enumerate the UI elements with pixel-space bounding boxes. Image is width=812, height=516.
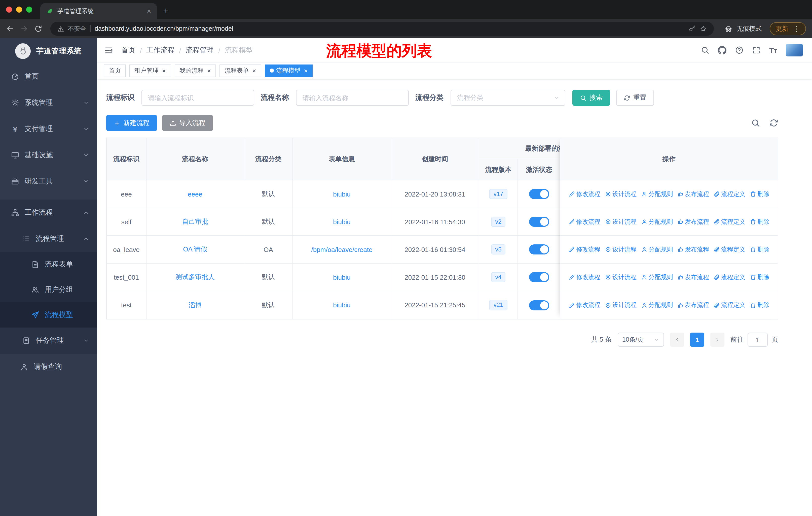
publish-process-link[interactable]: 发布流程 xyxy=(677,273,709,281)
close-tag-icon[interactable]: × xyxy=(304,67,308,74)
assign-rule-link[interactable]: 分配规则 xyxy=(641,245,673,254)
process-definition-link[interactable]: 流程定义 xyxy=(714,245,745,254)
fullscreen-icon[interactable] xyxy=(752,46,761,54)
process-name-link[interactable]: 滔博 xyxy=(188,301,202,310)
sidebar-item-workflow[interactable]: 工作流程 xyxy=(0,199,97,226)
modify-process-link[interactable]: 修改流程 xyxy=(569,217,600,226)
delete-link[interactable]: 删除 xyxy=(750,190,770,198)
tag-process-model[interactable]: 流程模型 × xyxy=(265,64,313,77)
form-info-link[interactable]: /bpm/oa/leave/create xyxy=(311,246,373,253)
bookmark-star-icon[interactable] xyxy=(700,25,707,32)
process-definition-link[interactable]: 流程定义 xyxy=(714,190,745,198)
assign-rule-link[interactable]: 分配规则 xyxy=(641,301,673,309)
import-process-button[interactable]: 导入流程 xyxy=(162,115,213,131)
new-tab-button[interactable]: + xyxy=(163,5,169,17)
process-name-link[interactable]: OA 请假 xyxy=(183,245,207,254)
close-tag-icon[interactable]: × xyxy=(207,67,211,74)
search-icon[interactable] xyxy=(701,46,709,54)
current-page-button[interactable]: 1 xyxy=(690,332,704,347)
modify-process-link[interactable]: 修改流程 xyxy=(569,245,600,254)
form-info-link[interactable]: biubiu xyxy=(333,273,350,281)
search-button[interactable]: 搜索 xyxy=(572,90,610,106)
refresh-table-icon[interactable] xyxy=(769,118,778,128)
close-tag-icon[interactable]: × xyxy=(252,67,256,74)
process-name-link[interactable]: 自己审批 xyxy=(182,217,208,226)
address-bar[interactable]: 不安全 dashboard.yudao.iocoder.cn/bpm/manag… xyxy=(50,22,714,36)
user-avatar[interactable] xyxy=(786,44,803,56)
back-icon[interactable] xyxy=(6,25,14,33)
category-select[interactable]: 流程分类 xyxy=(451,90,565,106)
sidebar-item-payment-mgmt[interactable]: ¥ 支付管理 xyxy=(0,116,97,142)
publish-process-link[interactable]: 发布流程 xyxy=(677,301,709,309)
design-process-link[interactable]: 设计流程 xyxy=(605,245,637,254)
publish-process-link[interactable]: 发布流程 xyxy=(677,245,709,254)
design-process-link[interactable]: 设计流程 xyxy=(605,217,637,226)
close-tab-icon[interactable]: × xyxy=(145,7,153,15)
tag-home[interactable]: 首页 xyxy=(104,64,126,77)
modify-process-link[interactable]: 修改流程 xyxy=(569,273,600,281)
tag-tenant-mgmt[interactable]: 租户管理 × xyxy=(129,64,171,77)
publish-process-link[interactable]: 发布流程 xyxy=(677,217,709,226)
tag-my-process[interactable]: 我的流程 × xyxy=(174,64,216,77)
status-toggle[interactable] xyxy=(529,189,549,199)
create-process-button[interactable]: 新建流程 xyxy=(106,115,157,131)
assign-rule-link[interactable]: 分配规则 xyxy=(641,273,673,281)
close-window-button[interactable] xyxy=(6,6,12,12)
sidebar-item-process-mgmt[interactable]: 流程管理 xyxy=(0,226,97,252)
sidebar-item-task-mgmt[interactable]: 任务管理 xyxy=(0,328,97,354)
assign-rule-link[interactable]: 分配规则 xyxy=(641,190,673,198)
status-toggle[interactable] xyxy=(529,244,549,254)
reset-button[interactable]: 重置 xyxy=(616,90,654,106)
show-search-icon[interactable] xyxy=(751,118,760,128)
design-process-link[interactable]: 设计流程 xyxy=(605,301,637,309)
modify-process-link[interactable]: 修改流程 xyxy=(569,190,600,198)
collapse-sidebar-icon[interactable] xyxy=(104,46,113,55)
process-definition-link[interactable]: 流程定义 xyxy=(714,217,745,226)
delete-link[interactable]: 删除 xyxy=(750,273,770,281)
process-definition-link[interactable]: 流程定义 xyxy=(714,273,745,281)
form-info-link[interactable]: biubiu xyxy=(333,218,350,225)
status-toggle[interactable] xyxy=(529,217,549,227)
assign-rule-link[interactable]: 分配规则 xyxy=(641,217,673,226)
zoom-window-button[interactable] xyxy=(26,6,32,12)
goto-page-input[interactable] xyxy=(748,332,768,347)
process-name-link[interactable]: 测试多审批人 xyxy=(175,273,215,282)
close-tag-icon[interactable]: × xyxy=(162,67,166,74)
design-process-link[interactable]: 设计流程 xyxy=(605,273,637,281)
browser-menu-icon[interactable]: ⋮ xyxy=(793,25,800,33)
delete-link[interactable]: 删除 xyxy=(750,245,770,254)
form-info-link[interactable]: biubiu xyxy=(333,301,350,309)
status-toggle[interactable] xyxy=(529,272,549,282)
process-definition-link[interactable]: 流程定义 xyxy=(714,301,745,309)
sidebar-item-home[interactable]: 首页 xyxy=(0,63,97,90)
font-size-icon[interactable]: TT xyxy=(769,46,777,54)
breadcrumb-home[interactable]: 首页 xyxy=(121,46,136,55)
forward-icon[interactable] xyxy=(20,25,28,33)
sidebar-item-process-form[interactable]: 流程表单 xyxy=(0,252,97,277)
minimize-window-button[interactable] xyxy=(16,6,22,12)
process-id-input[interactable] xyxy=(141,90,254,106)
sidebar-item-user-group[interactable]: 用户分组 xyxy=(0,277,97,302)
help-icon[interactable] xyxy=(735,46,744,54)
sidebar-item-process-model[interactable]: 流程模型 xyxy=(0,302,97,328)
browser-tab[interactable]: 芋道管理系统 × xyxy=(40,3,157,19)
update-browser-button[interactable]: 更新 ⋮ xyxy=(770,22,806,35)
delete-link[interactable]: 删除 xyxy=(750,301,770,309)
sidebar-item-system-mgmt[interactable]: 系统管理 xyxy=(0,90,97,116)
modify-process-link[interactable]: 修改流程 xyxy=(569,301,600,309)
status-toggle[interactable] xyxy=(529,300,549,310)
page-size-select[interactable]: 10条/页 xyxy=(618,332,664,347)
delete-link[interactable]: 删除 xyxy=(750,217,770,226)
process-name-link[interactable]: eeee xyxy=(188,190,202,198)
password-key-icon[interactable] xyxy=(689,25,696,32)
tag-process-form[interactable]: 流程表单 × xyxy=(220,64,261,77)
sidebar-item-leave-query[interactable]: 请假查询 xyxy=(0,354,97,380)
sidebar-item-infrastructure[interactable]: 基础设施 xyxy=(0,142,97,168)
github-icon[interactable] xyxy=(718,46,726,54)
publish-process-link[interactable]: 发布流程 xyxy=(677,190,709,198)
prev-page-button[interactable] xyxy=(670,332,684,347)
next-page-button[interactable] xyxy=(710,332,724,347)
design-process-link[interactable]: 设计流程 xyxy=(605,190,637,198)
sidebar-item-dev-tools[interactable]: 研发工具 xyxy=(0,168,97,194)
reload-icon[interactable] xyxy=(34,25,42,33)
